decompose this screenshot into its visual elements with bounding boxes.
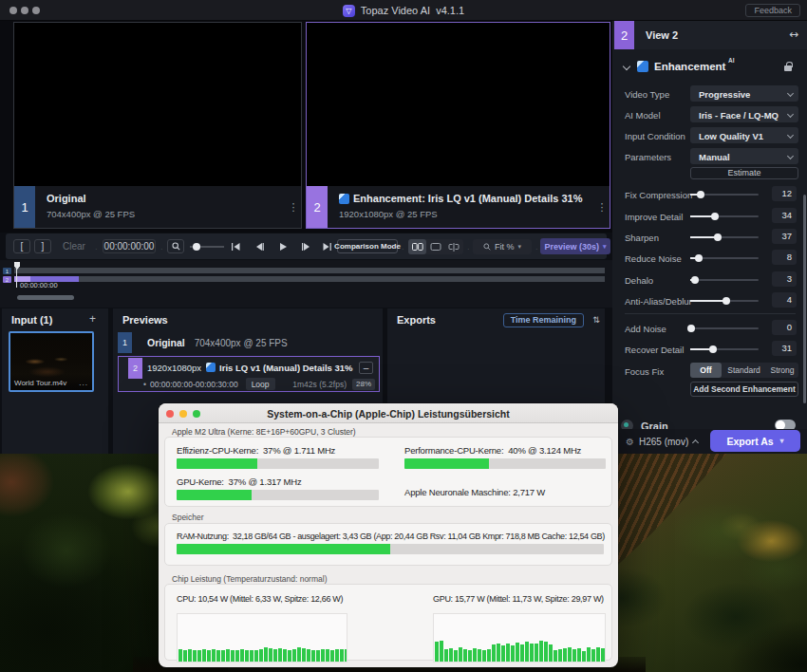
select-dropdown[interactable]: Iris - Face / LQ-MQ bbox=[690, 106, 798, 122]
fit-zoom-dropdown[interactable]: Fit % ▾ bbox=[473, 239, 532, 254]
select-dropdown[interactable]: Manual bbox=[690, 148, 798, 164]
view-single-icon[interactable] bbox=[426, 239, 444, 254]
timeline-track-1[interactable] bbox=[14, 268, 605, 273]
preview-button[interactable]: Preview (30s)▾ bbox=[540, 238, 610, 254]
slider-track[interactable] bbox=[690, 194, 759, 196]
fit-zoom-value: Fit % bbox=[495, 242, 515, 252]
focus-fix-off[interactable]: Off bbox=[690, 363, 722, 378]
select-row-ai-model: AI Model Iris - Face / LQ-MQ bbox=[612, 106, 807, 122]
sidebar-scrollbar[interactable] bbox=[803, 195, 806, 403]
kebab-menu-icon[interactable]: ⋮ bbox=[594, 186, 610, 228]
slider-track[interactable] bbox=[690, 348, 759, 350]
timeline-scrollbar[interactable] bbox=[17, 295, 74, 300]
lock-icon[interactable] bbox=[784, 65, 792, 71]
kebab-menu-icon[interactable]: ⋮ bbox=[286, 186, 301, 228]
slider-handle[interactable] bbox=[697, 191, 704, 198]
loop-button[interactable]: Loop bbox=[246, 378, 275, 390]
video-title: Enhancement: Iris LQ v1 (Manual) Details… bbox=[339, 193, 594, 204]
slider-handle[interactable] bbox=[687, 325, 695, 332]
cpu-gpu-box: Effizienz-CPU-Kerne: 37% @ 1.711 MHz Per… bbox=[164, 437, 612, 507]
clear-button[interactable]: Clear bbox=[63, 241, 85, 252]
slider-track[interactable] bbox=[690, 236, 759, 238]
mark-in-button[interactable]: [ bbox=[13, 239, 30, 253]
slider-value[interactable]: 34 bbox=[772, 208, 797, 223]
next-frame-icon[interactable] bbox=[298, 241, 313, 252]
slider-track[interactable] bbox=[690, 327, 759, 329]
slider-row-fix-compression: Fix Compression 12 bbox=[612, 186, 807, 201]
add-input-button[interactable]: + bbox=[86, 314, 99, 327]
slider-handle[interactable] bbox=[714, 233, 722, 241]
video-panel-enhanced[interactable]: 2 Enhancement: Iris LQ v1 (Manual) Detai… bbox=[306, 22, 610, 229]
input-thumbnail[interactable]: World Tour.m4v ... bbox=[9, 331, 94, 392]
slider-value[interactable]: 12 bbox=[772, 186, 797, 201]
prev-frame-icon[interactable] bbox=[252, 241, 267, 252]
select-label: Video Type bbox=[625, 89, 669, 100]
view-split-icon[interactable] bbox=[445, 239, 463, 254]
feedback-button[interactable]: Feedback bbox=[745, 4, 800, 17]
select-dropdown[interactable]: Low Quality V1 bbox=[690, 127, 798, 143]
mark-out-button[interactable]: ] bbox=[34, 239, 51, 253]
zoom-slider-handle[interactable] bbox=[193, 243, 200, 251]
slider-handle[interactable] bbox=[723, 297, 730, 305]
slider-label: Recover Detail bbox=[625, 345, 684, 355]
slider-row-reduce-noise: Reduce Noise 8 bbox=[612, 250, 807, 265]
comparison-mode-button[interactable]: Comparison Mode bbox=[337, 239, 398, 253]
sort-icon[interactable]: ⇅ bbox=[590, 313, 603, 327]
timeline: 1 2 00:00:00:00 bbox=[0, 260, 612, 308]
zoom-slider[interactable] bbox=[190, 246, 224, 248]
skip-start-icon[interactable] bbox=[228, 241, 243, 252]
gauge-2: GPU-Kerne: 37% @ 1.317 MHz bbox=[177, 476, 379, 500]
slider-value[interactable]: 0 bbox=[772, 320, 797, 335]
add-second-enhancement-button[interactable]: Add Second Enhancement bbox=[690, 382, 798, 397]
export-format-dropdown[interactable]: ⚙ H265 (mov) bbox=[626, 433, 698, 450]
enhancement-section-header[interactable]: Enhancement AI bbox=[612, 57, 807, 78]
video-badge-1: 1 bbox=[14, 186, 35, 228]
estimate-button[interactable]: Estimate bbox=[690, 167, 798, 179]
slider-value[interactable]: 37 bbox=[772, 229, 797, 244]
view-title: View 2 bbox=[646, 29, 678, 41]
enhancement-icon bbox=[637, 61, 648, 72]
slider-handle[interactable] bbox=[691, 276, 699, 284]
timeline-track-2[interactable] bbox=[14, 276, 605, 282]
view-side-by-side-icon[interactable] bbox=[408, 239, 426, 254]
clip-more-icon[interactable]: ... bbox=[79, 379, 88, 387]
focus-fix-strong[interactable]: Strong bbox=[766, 363, 798, 378]
skip-end-icon[interactable] bbox=[319, 241, 334, 252]
video-info-bar: 2 Enhancement: Iris LQ v1 (Manual) Detai… bbox=[307, 186, 610, 228]
slider-handle[interactable] bbox=[711, 213, 719, 220]
slider-track[interactable] bbox=[690, 279, 759, 281]
play-icon[interactable] bbox=[275, 241, 291, 252]
video-meta: 1920x1080px @ 25 FPS bbox=[339, 209, 594, 219]
preview-row-enhanced[interactable]: 2 1920x1080px Iris LQ v1 (Manual) Detail… bbox=[118, 356, 380, 392]
slider-value[interactable]: 4 bbox=[772, 292, 797, 308]
preview-resolution: 1920x1080px bbox=[147, 363, 201, 373]
slider-value[interactable]: 31 bbox=[772, 341, 797, 356]
zoom-tool-button[interactable] bbox=[167, 239, 184, 253]
view-header: 2 View 2 ↔ bbox=[612, 21, 807, 49]
time-remaining-button[interactable]: Time Remaining bbox=[503, 313, 584, 327]
slider-handle[interactable] bbox=[695, 254, 703, 262]
select-dropdown[interactable]: Progressive bbox=[690, 85, 798, 102]
slider-row-dehalo: Dehalo 3 bbox=[612, 271, 807, 287]
slider-track[interactable] bbox=[690, 300, 759, 302]
slider-track[interactable] bbox=[690, 215, 759, 217]
chevron-down-icon[interactable] bbox=[623, 63, 630, 70]
slider-value[interactable]: 8 bbox=[772, 250, 797, 265]
slider-row-anti-alias-deblur: Anti-Alias/Deblur 4 bbox=[612, 292, 807, 308]
slider-track[interactable] bbox=[690, 257, 759, 259]
preview-duration: 1m42s (5.2fps) bbox=[292, 380, 347, 389]
cpu-power-chart: CPU: 10,54 W (Mittel: 6,33 W, Spitze: 12… bbox=[177, 594, 347, 604]
preview-title: Original bbox=[147, 337, 185, 348]
export-as-button[interactable]: Export As▾ bbox=[710, 430, 800, 452]
slider-handle[interactable] bbox=[709, 345, 717, 353]
remove-preview-button[interactable]: – bbox=[359, 362, 373, 374]
preview-row-original[interactable]: 1 Original 704x400px @ 25 FPS bbox=[118, 332, 378, 353]
expand-icon[interactable]: ↔ bbox=[789, 28, 798, 41]
ram-box: RAM-Nutzung: 32,18 GB/64 GB - ausgelager… bbox=[164, 523, 612, 566]
video-panel-original[interactable]: 1 Original 704x400px @ 25 FPS ⋮ bbox=[13, 22, 302, 229]
clip-name: World Tour.m4v bbox=[14, 379, 66, 387]
timecode-input[interactable]: 00:00:00:00 bbox=[103, 239, 156, 253]
focus-fix-standard[interactable]: Standard bbox=[722, 363, 766, 378]
slider-value[interactable]: 3 bbox=[772, 271, 797, 287]
preview-meta: 704x400px @ 25 FPS bbox=[195, 338, 288, 348]
